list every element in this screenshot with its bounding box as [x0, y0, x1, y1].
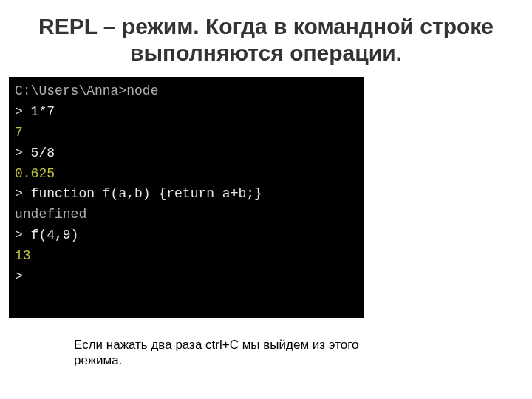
- terminal-text: C:\Users\Anna>node: [15, 83, 158, 98]
- terminal-text: >: [15, 269, 23, 284]
- terminal-screenshot: C:\Users\Anna>node> 1*77> 5/80.625> func…: [9, 77, 364, 318]
- terminal-text: > f(4,9): [15, 228, 78, 242]
- terminal-line: undefined: [15, 205, 358, 225]
- terminal-line: > 1*7: [15, 102, 358, 123]
- terminal-text: undefined: [15, 207, 86, 222]
- terminal-text: > 5/8: [15, 146, 55, 160]
- slide-caption: Если нажать два раза ctrl+C мы выйдем из…: [74, 337, 399, 369]
- terminal-line: > 5/8: [15, 143, 358, 164]
- terminal-line: > function f(a,b) {return a+b;}: [15, 184, 358, 205]
- terminal-line: 0.625: [15, 164, 358, 185]
- terminal-text: > function f(a,b) {return a+b;}: [15, 186, 262, 201]
- terminal-line: >: [15, 267, 358, 287]
- terminal-text: 13: [15, 248, 31, 263]
- terminal-text: 7: [15, 125, 23, 140]
- terminal-text: 0.625: [15, 166, 55, 181]
- terminal-line: 13: [15, 246, 358, 267]
- slide-title: REPL – режим. Когда в командной строке в…: [30, 13, 502, 66]
- terminal-line: 7: [15, 123, 358, 143]
- terminal-text: > 1*7: [15, 104, 55, 119]
- terminal-line: C:\Users\Anna>node: [15, 81, 358, 102]
- terminal-line: > f(4,9): [15, 225, 358, 246]
